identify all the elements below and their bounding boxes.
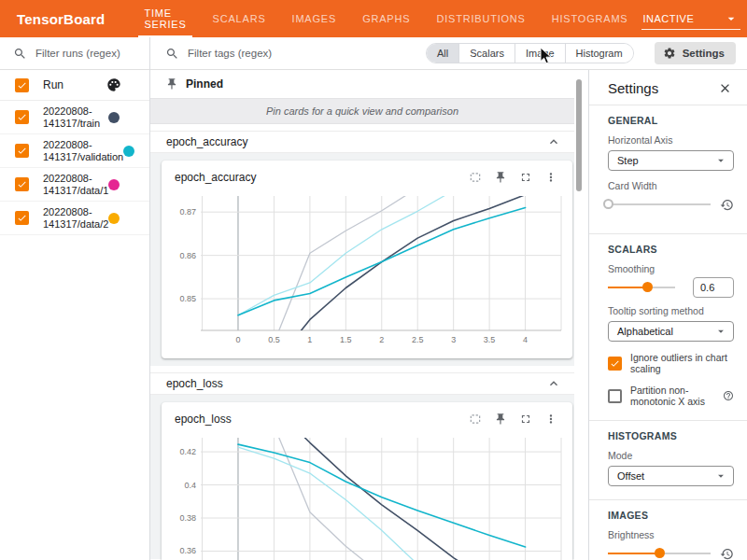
card-title: epoch_loss	[175, 413, 462, 426]
tab-histograms[interactable]: HISTOGRAMS	[539, 0, 641, 37]
check-icon	[610, 358, 620, 369]
pin-icon	[165, 77, 178, 91]
slider-knob[interactable]	[655, 548, 665, 558]
run-checkbox[interactable]	[15, 144, 29, 158]
tab-images[interactable]: IMAGES	[279, 0, 350, 37]
chip-histogram[interactable]: Histogram	[566, 44, 633, 63]
section-header-epoch-accuracy[interactable]: epoch_accuracy	[150, 131, 574, 153]
run-label: 20220808-141317/data/1	[43, 173, 108, 197]
epoch-accuracy-zone: epoch_accuracy 0.850.860.8700.511.522.53…	[150, 153, 574, 366]
pinned-empty-state: Pin cards for a quick view and compariso…	[150, 98, 574, 124]
svg-text:0.36: 0.36	[179, 546, 196, 555]
filter-runs-row	[0, 37, 149, 70]
horizontal-axis-dropdown[interactable]: Step	[608, 150, 734, 171]
pin-card-button[interactable]	[487, 411, 513, 427]
fit-to-data-button[interactable]	[462, 169, 487, 186]
tab-graphs[interactable]: GRAPHS	[349, 0, 423, 37]
smoothing-slider[interactable]	[608, 287, 675, 288]
tensorboard-app: TensorBoard TIME SERIES SCALARS IMAGES G…	[0, 0, 747, 560]
pin-icon	[494, 171, 507, 184]
chip-scalars[interactable]: Scalars	[459, 44, 515, 63]
pin-icon	[494, 413, 507, 426]
fit-to-data-icon	[469, 413, 482, 426]
slider-knob[interactable]	[642, 282, 653, 292]
tab-scalars[interactable]: SCALARS	[200, 0, 279, 37]
more-options-button[interactable]	[538, 411, 563, 427]
tab-time-series[interactable]: TIME SERIES	[131, 0, 199, 37]
run-checkbox[interactable]	[15, 110, 29, 124]
scrollbar-thumb[interactable]	[576, 79, 582, 191]
run-label: 20220808-141317/train	[43, 105, 108, 130]
check-icon	[17, 80, 27, 91]
partition-x-axis-row: Partition non-monotonic X axis	[608, 385, 734, 407]
reset-icon[interactable]	[720, 198, 734, 212]
slider-knob[interactable]	[603, 199, 613, 209]
tab-distributions[interactable]: DISTRIBUTIONS	[423, 0, 538, 37]
run-checkbox[interactable]	[15, 211, 29, 225]
svg-text:0.5: 0.5	[268, 335, 280, 344]
ignore-outliers-checkbox[interactable]	[608, 357, 622, 371]
run-checkbox[interactable]	[15, 177, 29, 191]
tooltip-sorting-dropdown[interactable]: Alphabetical	[608, 321, 734, 342]
epoch-accuracy-line-chart[interactable]: 0.850.860.8700.511.522.533.54	[165, 194, 569, 353]
section-header-epoch-loss[interactable]: epoch_loss	[150, 372, 574, 395]
run-color-dot	[108, 179, 120, 190]
fullscreen-button[interactable]	[513, 411, 538, 427]
app-logo: TensorBoard	[17, 11, 105, 27]
partition-x-axis-checkbox[interactable]	[608, 389, 622, 403]
settings-section-histograms: HISTOGRAMS Mode Offset	[589, 421, 747, 499]
card-title: epoch_accuracy	[175, 171, 462, 184]
pin-card-button[interactable]	[487, 169, 513, 186]
tag-filter-chips: All Scalars Image Histogram	[426, 43, 634, 63]
run-row-train: 20220808-141317/train	[0, 101, 149, 134]
reset-icon[interactable]	[720, 547, 734, 560]
card-width-slider-row	[608, 196, 734, 213]
card-toolbar	[462, 169, 563, 186]
card-width-slider[interactable]	[608, 203, 711, 205]
header-bar: TensorBoard TIME SERIES SCALARS IMAGES G…	[0, 0, 747, 37]
chevron-down-icon	[714, 154, 727, 167]
smoothing-slider-row	[608, 279, 734, 296]
settings-panel-toggle-button[interactable]: Settings	[655, 42, 736, 64]
help-icon[interactable]	[723, 390, 734, 401]
settings-section-images: IMAGES Brightness Contrast Show actual	[589, 500, 747, 560]
runs-column-header: Run	[43, 78, 106, 91]
check-icon	[17, 112, 27, 122]
svg-text:3: 3	[451, 335, 456, 344]
svg-text:0.42: 0.42	[179, 447, 196, 456]
run-color-dot	[108, 213, 120, 224]
more-options-button[interactable]	[538, 169, 563, 186]
svg-text:0.85: 0.85	[179, 294, 196, 303]
card-header: epoch_accuracy	[162, 161, 572, 186]
brightness-slider[interactable]	[608, 553, 711, 554]
fullscreen-icon	[519, 413, 532, 426]
run-label: 20220808-141317/validation	[43, 139, 123, 163]
epoch-loss-zone: epoch_loss 0.360.380.40.4200.511.522.533…	[150, 395, 574, 559]
svg-text:1.5: 1.5	[340, 335, 352, 344]
main-nav: TIME SERIES SCALARS IMAGES GRAPHS DISTRI…	[131, 0, 641, 37]
reload-status-select[interactable]: INACTIVE	[641, 8, 740, 30]
check-icon	[17, 146, 27, 156]
status-value: INACTIVE	[643, 13, 724, 24]
run-row-validation: 20220808-141317/validation	[0, 134, 149, 168]
palette-icon	[106, 77, 121, 92]
svg-text:2: 2	[379, 335, 384, 344]
epoch-loss-line-chart[interactable]: 0.360.380.40.4200.511.522.533.54	[165, 436, 569, 560]
chevron-down-icon	[724, 11, 739, 26]
smoothing-value-input[interactable]	[693, 277, 734, 298]
settings-section-scalars: SCALARS Smoothing Tooltip sorting method…	[589, 234, 747, 420]
card-header: epoch_loss	[162, 402, 572, 427]
filter-tags-input[interactable]	[188, 48, 426, 59]
filter-runs-input[interactable]	[35, 48, 140, 59]
fullscreen-button[interactable]	[513, 169, 538, 186]
run-color-dot	[108, 112, 120, 123]
fit-to-data-button[interactable]	[462, 411, 487, 427]
chip-image[interactable]: Image	[515, 44, 566, 63]
chip-all[interactable]: All	[427, 44, 459, 63]
close-icon[interactable]	[718, 81, 732, 95]
histogram-mode-dropdown[interactable]: Offset	[608, 466, 734, 486]
settings-panel-header: Settings	[589, 70, 747, 105]
select-all-runs-checkbox[interactable]	[15, 78, 29, 92]
run-row-data-2: 20220808-141317/data/2	[0, 202, 149, 235]
header-actions: INACTIVE	[641, 7, 747, 31]
